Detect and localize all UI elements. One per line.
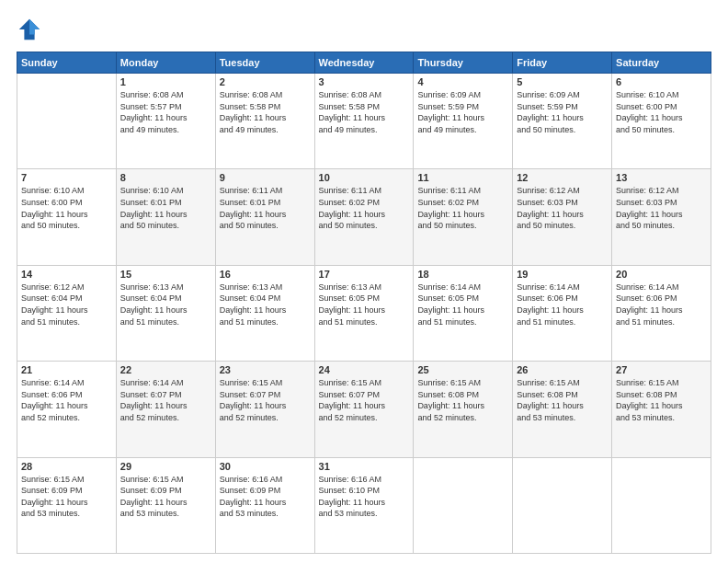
- calendar-cell: 7Sunrise: 6:10 AM Sunset: 6:00 PM Daylig…: [17, 169, 117, 265]
- day-info: Sunrise: 6:11 AM Sunset: 6:01 PM Dayligh…: [220, 185, 311, 231]
- calendar-cell: 4Sunrise: 6:09 AM Sunset: 5:59 PM Daylig…: [414, 74, 513, 169]
- weekday-header-row: SundayMondayTuesdayWednesdayThursdayFrid…: [17, 52, 711, 74]
- day-info: Sunrise: 6:15 AM Sunset: 6:09 PM Dayligh…: [21, 474, 112, 520]
- day-info: Sunrise: 6:13 AM Sunset: 6:05 PM Dayligh…: [319, 282, 410, 327]
- day-number: 26: [517, 364, 608, 375]
- day-info: Sunrise: 6:16 AM Sunset: 6:09 PM Dayligh…: [220, 474, 311, 520]
- day-info: Sunrise: 6:14 AM Sunset: 6:05 PM Dayligh…: [417, 282, 508, 327]
- logo-icon: [17, 17, 42, 42]
- day-number: 5: [517, 76, 608, 87]
- calendar-cell: 9Sunrise: 6:11 AM Sunset: 6:01 PM Daylig…: [215, 169, 314, 265]
- day-info: Sunrise: 6:15 AM Sunset: 6:08 PM Dayligh…: [517, 377, 608, 423]
- calendar-cell: [414, 457, 513, 553]
- calendar-cell: 20Sunrise: 6:14 AM Sunset: 6:06 PM Dayli…: [612, 265, 711, 361]
- calendar-cell: 6Sunrise: 6:10 AM Sunset: 6:00 PM Daylig…: [612, 74, 711, 169]
- calendar-cell: 2Sunrise: 6:08 AM Sunset: 5:58 PM Daylig…: [215, 74, 314, 169]
- calendar-week-row: 21Sunrise: 6:14 AM Sunset: 6:06 PM Dayli…: [17, 362, 711, 457]
- day-info: Sunrise: 6:10 AM Sunset: 6:01 PM Dayligh…: [120, 185, 211, 231]
- calendar-cell: 15Sunrise: 6:13 AM Sunset: 6:04 PM Dayli…: [116, 265, 215, 361]
- calendar-table: SundayMondayTuesdayWednesdayThursdayFrid…: [17, 52, 711, 554]
- calendar-week-row: 14Sunrise: 6:12 AM Sunset: 6:04 PM Dayli…: [17, 265, 711, 361]
- day-info: Sunrise: 6:11 AM Sunset: 6:02 PM Dayligh…: [319, 185, 410, 231]
- calendar-cell: 16Sunrise: 6:13 AM Sunset: 6:04 PM Dayli…: [215, 265, 314, 361]
- calendar-week-row: 1Sunrise: 6:08 AM Sunset: 5:57 PM Daylig…: [17, 74, 711, 169]
- weekday-header-friday: Friday: [513, 52, 612, 74]
- day-info: Sunrise: 6:15 AM Sunset: 6:08 PM Dayligh…: [417, 377, 508, 423]
- weekday-header-tuesday: Tuesday: [215, 52, 314, 74]
- day-number: 31: [319, 461, 410, 472]
- day-info: Sunrise: 6:12 AM Sunset: 6:04 PM Dayligh…: [21, 282, 112, 327]
- calendar-cell: 29Sunrise: 6:15 AM Sunset: 6:09 PM Dayli…: [116, 457, 215, 553]
- day-number: 17: [319, 269, 410, 280]
- day-number: 23: [220, 364, 311, 375]
- calendar-cell: 13Sunrise: 6:12 AM Sunset: 6:03 PM Dayli…: [612, 169, 711, 265]
- day-number: 25: [417, 364, 508, 375]
- day-number: 16: [220, 269, 311, 280]
- day-number: 30: [220, 461, 311, 472]
- day-number: 2: [220, 76, 311, 87]
- calendar-cell: 23Sunrise: 6:15 AM Sunset: 6:07 PM Dayli…: [215, 362, 314, 457]
- calendar-cell: 14Sunrise: 6:12 AM Sunset: 6:04 PM Dayli…: [17, 265, 117, 361]
- weekday-header-monday: Monday: [116, 52, 215, 74]
- day-info: Sunrise: 6:12 AM Sunset: 6:03 PM Dayligh…: [517, 185, 608, 231]
- day-number: 13: [616, 172, 707, 183]
- weekday-header-thursday: Thursday: [414, 52, 513, 74]
- calendar-week-row: 28Sunrise: 6:15 AM Sunset: 6:09 PM Dayli…: [17, 457, 711, 553]
- calendar-cell: 27Sunrise: 6:15 AM Sunset: 6:08 PM Dayli…: [612, 362, 711, 457]
- day-info: Sunrise: 6:14 AM Sunset: 6:06 PM Dayligh…: [517, 282, 608, 327]
- calendar-cell: 21Sunrise: 6:14 AM Sunset: 6:06 PM Dayli…: [17, 362, 117, 457]
- page: SundayMondayTuesdayWednesdayThursdayFrid…: [0, 0, 728, 563]
- day-number: 6: [616, 76, 707, 87]
- day-number: 24: [319, 364, 410, 375]
- calendar-cell: 18Sunrise: 6:14 AM Sunset: 6:05 PM Dayli…: [414, 265, 513, 361]
- calendar-cell: 25Sunrise: 6:15 AM Sunset: 6:08 PM Dayli…: [414, 362, 513, 457]
- day-number: 11: [417, 172, 508, 183]
- calendar-cell: 17Sunrise: 6:13 AM Sunset: 6:05 PM Dayli…: [314, 265, 414, 361]
- day-info: Sunrise: 6:14 AM Sunset: 6:06 PM Dayligh…: [21, 377, 112, 423]
- weekday-header-sunday: Sunday: [17, 52, 117, 74]
- calendar-cell: 1Sunrise: 6:08 AM Sunset: 5:57 PM Daylig…: [116, 74, 215, 169]
- day-info: Sunrise: 6:14 AM Sunset: 6:06 PM Dayligh…: [616, 282, 707, 327]
- calendar-cell: 26Sunrise: 6:15 AM Sunset: 6:08 PM Dayli…: [513, 362, 612, 457]
- calendar-cell: [513, 457, 612, 553]
- day-number: 9: [220, 172, 311, 183]
- day-number: 8: [120, 172, 211, 183]
- day-number: 12: [517, 172, 608, 183]
- day-number: 21: [21, 364, 112, 375]
- calendar-cell: 3Sunrise: 6:08 AM Sunset: 5:58 PM Daylig…: [314, 74, 414, 169]
- day-number: 28: [21, 461, 112, 472]
- day-number: 22: [120, 364, 211, 375]
- calendar-cell: 19Sunrise: 6:14 AM Sunset: 6:06 PM Dayli…: [513, 265, 612, 361]
- day-number: 4: [417, 76, 508, 87]
- day-info: Sunrise: 6:15 AM Sunset: 6:07 PM Dayligh…: [319, 377, 410, 423]
- day-info: Sunrise: 6:14 AM Sunset: 6:07 PM Dayligh…: [120, 377, 211, 423]
- day-number: 10: [319, 172, 410, 183]
- day-number: 15: [120, 269, 211, 280]
- calendar-cell: 30Sunrise: 6:16 AM Sunset: 6:09 PM Dayli…: [215, 457, 314, 553]
- calendar-cell: 10Sunrise: 6:11 AM Sunset: 6:02 PM Dayli…: [314, 169, 414, 265]
- day-number: 20: [616, 269, 707, 280]
- day-number: 19: [517, 269, 608, 280]
- svg-marker-1: [29, 19, 40, 35]
- calendar-cell: 11Sunrise: 6:11 AM Sunset: 6:02 PM Dayli…: [414, 169, 513, 265]
- day-number: 3: [319, 76, 410, 87]
- calendar-cell: 24Sunrise: 6:15 AM Sunset: 6:07 PM Dayli…: [314, 362, 414, 457]
- calendar-week-row: 7Sunrise: 6:10 AM Sunset: 6:00 PM Daylig…: [17, 169, 711, 265]
- day-info: Sunrise: 6:13 AM Sunset: 6:04 PM Dayligh…: [220, 282, 311, 327]
- day-info: Sunrise: 6:09 AM Sunset: 5:59 PM Dayligh…: [517, 89, 608, 135]
- day-info: Sunrise: 6:08 AM Sunset: 5:57 PM Dayligh…: [120, 89, 211, 135]
- calendar-cell: 5Sunrise: 6:09 AM Sunset: 5:59 PM Daylig…: [513, 74, 612, 169]
- header: [17, 17, 711, 42]
- logo: [17, 17, 46, 42]
- day-info: Sunrise: 6:10 AM Sunset: 6:00 PM Dayligh…: [616, 89, 707, 135]
- day-info: Sunrise: 6:15 AM Sunset: 6:07 PM Dayligh…: [220, 377, 311, 423]
- calendar-cell: 12Sunrise: 6:12 AM Sunset: 6:03 PM Dayli…: [513, 169, 612, 265]
- day-info: Sunrise: 6:16 AM Sunset: 6:10 PM Dayligh…: [319, 474, 410, 520]
- calendar-cell: [612, 457, 711, 553]
- day-number: 7: [21, 172, 112, 183]
- calendar-cell: 22Sunrise: 6:14 AM Sunset: 6:07 PM Dayli…: [116, 362, 215, 457]
- day-number: 1: [120, 76, 211, 87]
- day-info: Sunrise: 6:13 AM Sunset: 6:04 PM Dayligh…: [120, 282, 211, 327]
- day-info: Sunrise: 6:12 AM Sunset: 6:03 PM Dayligh…: [616, 185, 707, 231]
- day-number: 14: [21, 269, 112, 280]
